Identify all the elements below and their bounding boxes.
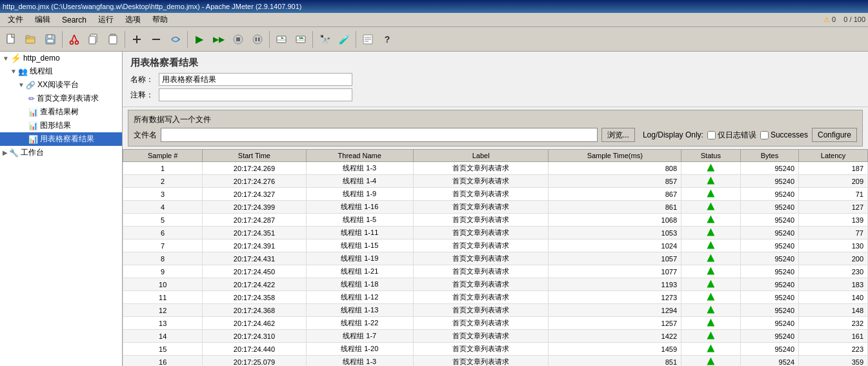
cell-thread: 线程组 1-5 [306,214,413,227]
tree-item-xx-reader[interactable]: ▼ 🔗 XX阅读平台 [0,78,122,92]
cell-sample: 6 [123,227,203,239]
cell-status [681,227,741,239]
tree-item-http-demo[interactable]: ▼ ⚡ http_demo [0,52,122,65]
thread-group-icon: 👥 [18,67,28,76]
tree-item-homepage-req[interactable]: ✏ 首页文章列表请求 [0,92,122,105]
errors-checkbox[interactable] [707,131,716,139]
tree-item-view-result-tree[interactable]: 📊 查看结果树 [0,105,122,119]
svg-rect-2 [26,36,30,37]
browse-button[interactable]: 浏览... [601,128,635,142]
tree-label-http-demo: http_demo [23,54,60,63]
copy-button[interactable] [85,30,103,48]
menu-search[interactable]: Search [57,14,92,26]
tree-label-homepage-req: 首页文章列表请求 [37,93,99,104]
cell-sample-time: 1053 [549,227,681,239]
status-ok-icon [707,229,714,236]
cell-start-time: 20:17:24.431 [203,252,306,265]
function-button[interactable]: 🧪 [335,30,353,48]
content-area: 用表格察看结果 名称： 注释： 所有数据写入一个文件 文件名 浏览... Log… [123,52,868,366]
tree-item-graph-result[interactable]: 📊 图形结果 [0,119,122,132]
help-button[interactable]: ? [378,30,396,48]
save-button[interactable] [41,30,59,48]
remove-button[interactable] [147,30,165,48]
table-row: 5 20:17:24.287 线程组 1-5 首页文章列表请求 1068 952… [123,214,868,227]
cell-sample-time: 1077 [549,265,681,278]
menu-options[interactable]: 选项 [120,13,146,26]
sep6 [356,31,356,48]
log-display-label: Log/Display Only: [643,130,703,139]
configure-button[interactable]: Configure [812,128,857,142]
menu-edit[interactable]: 编辑 [30,13,56,26]
cut-button[interactable] [65,30,83,48]
cell-label: 首页文章列表请求 [413,214,548,227]
cell-latency: 140 [799,291,868,304]
status-ok-icon [707,358,714,365]
cell-latency: 232 [799,317,868,330]
cell-thread: 线程组 1-3 [306,356,413,367]
cell-status [681,278,741,291]
stop-button[interactable] [229,30,247,48]
cell-status [681,252,741,265]
binoculars-button[interactable]: 🔭 [316,30,334,48]
cell-start-time: 20:17:24.422 [203,278,306,291]
menu-file[interactable]: 文件 [3,13,28,26]
menu-run[interactable]: 运行 [93,13,119,26]
menu-help[interactable]: 帮助 [147,13,173,26]
tree-item-workbench[interactable]: ▶ 🔧 工作台 [0,146,122,159]
new-button[interactable] [3,30,21,48]
svg-rect-18 [236,37,240,41]
status-ok-icon [707,177,714,185]
cell-sample: 10 [123,278,203,291]
status-ok-icon [707,190,714,198]
tree-item-thread-group[interactable]: ▼ 👥 线程组 [0,65,122,78]
tree-label-view-table: 用表格察看结果 [40,134,94,145]
pause-button[interactable] [248,30,267,48]
name-input[interactable] [159,73,352,86]
svg-rect-25 [296,36,305,43]
cell-status [681,330,741,343]
run-button[interactable]: ▶ [190,30,208,48]
col-sample: Sample # [123,150,203,162]
file-input[interactable] [161,128,598,142]
cell-sample: 11 [123,291,203,304]
cell-latency: 209 [799,175,868,188]
cell-thread: 线程组 1-22 [306,317,413,330]
cell-label: 首页文章列表请求 [413,265,548,278]
expand-icon-wb: ▶ [3,149,8,156]
run-all-button[interactable]: ▶▶ [210,30,228,48]
cell-sample: 16 [123,356,203,367]
status-ok-icon [707,203,714,210]
remote-button[interactable] [272,30,290,48]
svg-rect-20 [256,37,257,41]
col-start-time: Start Time [203,150,306,162]
cell-thread: 线程组 1-13 [306,304,413,317]
cell-thread: 线程组 1-18 [306,278,413,291]
result-tree-icon: 📊 [28,108,38,117]
add-button[interactable] [128,30,146,48]
success-checkbox-label[interactable]: Successes [760,130,808,139]
cell-label: 首页文章列表请求 [413,291,548,304]
sep5 [312,31,313,48]
cell-start-time: 20:17:24.269 [203,162,306,175]
comment-input[interactable] [159,88,352,101]
cell-latency: 77 [799,227,868,239]
tree-item-view-table[interactable]: 📊 用表格察看结果 [0,132,122,146]
cell-sample-time: 1257 [549,317,681,330]
paste-button[interactable] [104,30,122,48]
log-button[interactable] [359,30,377,48]
table-header-row: Sample # Start Time Thread Name Label Sa… [123,150,868,162]
errors-checkbox-label[interactable]: 仅日志错误 [707,130,756,141]
open-button[interactable] [22,30,40,48]
main-container: ▼ ⚡ http_demo ▼ 👥 线程组 ▼ 🔗 XX阅读平台 ✏ 首页文章列… [0,52,868,366]
cell-start-time: 20:17:25.079 [203,356,306,367]
cell-latency: 130 [799,239,868,252]
cell-latency: 223 [799,343,868,356]
col-label: Label [413,150,548,162]
cell-latency: 200 [799,252,868,265]
success-checkbox[interactable] [760,131,769,139]
remote-all-button[interactable] [292,30,310,48]
cell-sample-time: 1193 [549,278,681,291]
cell-sample-time: 1294 [549,304,681,317]
clear-button[interactable] [167,30,185,48]
cell-sample: 7 [123,239,203,252]
